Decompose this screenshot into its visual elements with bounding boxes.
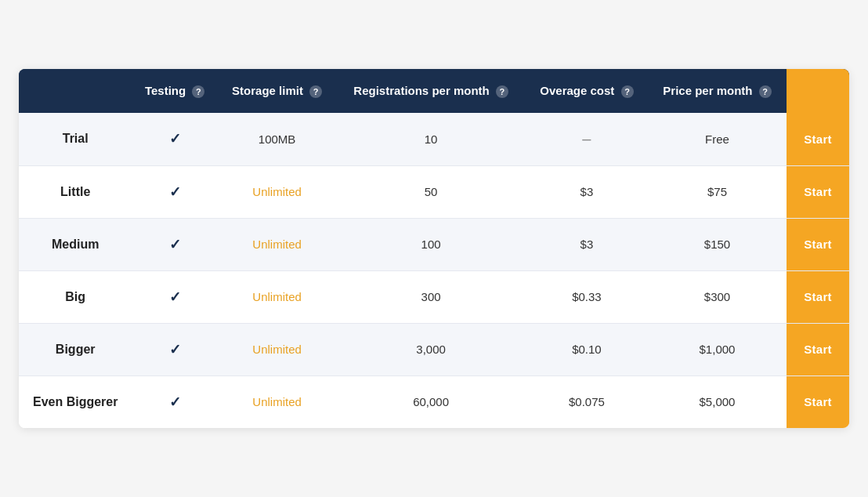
overage-value: $0.10: [526, 323, 648, 375]
price-value: $300: [648, 270, 787, 323]
plan-name: Medium: [19, 218, 132, 270]
storage-help-icon[interactable]: ?: [309, 85, 322, 98]
overage-value: $0.075: [526, 375, 648, 428]
start-button[interactable]: Start: [787, 168, 849, 216]
overage-value: $3: [526, 165, 648, 218]
table-row: Bigger✓Unlimited3,000$0.10$1,000Start: [19, 323, 849, 375]
plan-name: Even Biggerer: [19, 375, 132, 428]
registrations-value: 300: [336, 270, 525, 323]
price-value: Free: [648, 113, 787, 166]
price-value: $1,000: [648, 323, 787, 375]
table-row: Little✓Unlimited50$3$75Start: [19, 165, 849, 218]
table-row: Even Biggerer✓Unlimited60,000$0.075$5,00…: [19, 375, 849, 428]
registrations-value: 100: [336, 218, 525, 270]
action-cell: Start: [787, 375, 849, 428]
start-button[interactable]: Start: [787, 220, 849, 268]
action-cell: Start: [787, 270, 849, 323]
action-cell: Start: [787, 165, 849, 218]
storage-value: Unlimited: [218, 323, 337, 375]
testing-check: ✓: [132, 113, 217, 166]
plan-name: Trial: [19, 113, 132, 166]
registrations-value: 50: [336, 165, 525, 218]
overage-value: $0.33: [526, 270, 648, 323]
header-storage: Storage limit ?: [218, 69, 337, 113]
action-cell: Start: [787, 218, 849, 270]
price-help-icon[interactable]: ?: [759, 85, 772, 98]
plan-name: Big: [19, 270, 132, 323]
table-row: Trial✓100MB10–FreeStart: [19, 113, 849, 166]
registrations-help-icon[interactable]: ?: [496, 85, 508, 98]
action-cell: Start: [787, 323, 849, 375]
header-plan: [19, 69, 132, 113]
registrations-value: 60,000: [336, 375, 525, 428]
start-button[interactable]: Start: [787, 273, 849, 321]
header-price: Price per month ?: [648, 69, 787, 113]
plan-name: Little: [19, 165, 132, 218]
overage-value: –: [526, 113, 648, 166]
table-row: Medium✓Unlimited100$3$150Start: [19, 218, 849, 270]
storage-value: 100MB: [218, 113, 337, 166]
testing-check: ✓: [132, 323, 217, 375]
table-row: Big✓Unlimited300$0.33$300Start: [19, 270, 849, 323]
header-registrations: Registrations per month ?: [336, 69, 525, 113]
storage-value: Unlimited: [218, 270, 337, 323]
header-overage: Overage cost ?: [526, 69, 648, 113]
overage-value: $3: [526, 218, 648, 270]
storage-value: Unlimited: [218, 375, 337, 428]
testing-check: ✓: [132, 165, 217, 218]
start-button[interactable]: Start: [787, 325, 849, 373]
registrations-value: 3,000: [336, 323, 525, 375]
plan-name: Bigger: [19, 323, 132, 375]
header-action: [787, 69, 849, 113]
start-button[interactable]: Start: [787, 115, 849, 163]
price-value: $5,000: [648, 375, 787, 428]
registrations-value: 10: [336, 113, 525, 166]
testing-help-icon[interactable]: ?: [192, 85, 204, 98]
testing-check: ✓: [132, 375, 217, 428]
storage-value: Unlimited: [218, 165, 337, 218]
price-value: $75: [648, 165, 787, 218]
price-value: $150: [648, 218, 787, 270]
overage-help-icon[interactable]: ?: [621, 85, 634, 98]
action-cell: Start: [787, 113, 849, 166]
testing-check: ✓: [132, 218, 217, 270]
header-testing: Testing ?: [132, 69, 217, 113]
storage-value: Unlimited: [218, 218, 337, 270]
pricing-table: Testing ? Storage limit ? Registrations …: [19, 69, 849, 428]
testing-check: ✓: [132, 270, 217, 323]
start-button[interactable]: Start: [787, 378, 849, 426]
